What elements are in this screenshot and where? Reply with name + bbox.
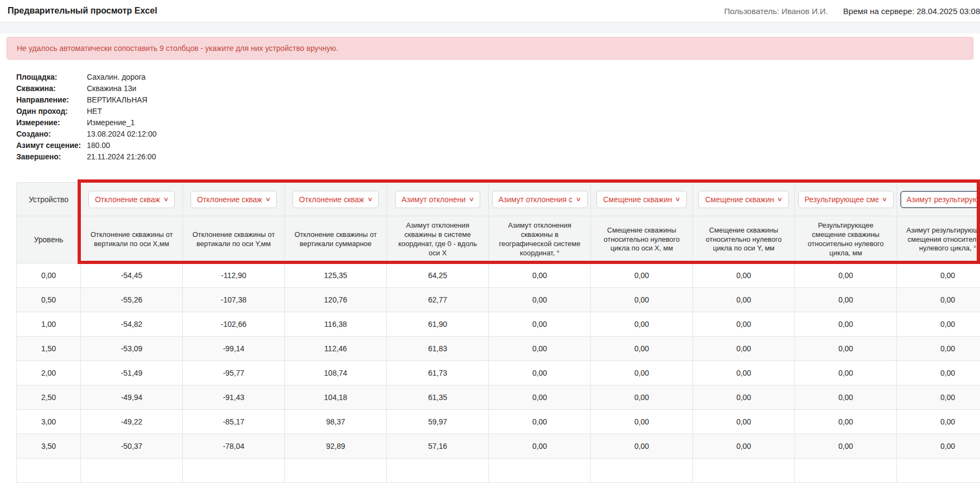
metadata-value: НЕТ [87, 106, 102, 117]
value-cell: 98,37 [285, 410, 387, 434]
chevron-down-icon: ∨ [163, 196, 169, 203]
device-select[interactable]: Азимут отклонения ск∨ [492, 191, 588, 208]
device-select-label: Смещение скважин [705, 195, 774, 204]
value-cell: 0,00 [795, 410, 897, 434]
level-cell: 3,50 [17, 434, 81, 459]
value-cell: 120,76 [285, 288, 387, 312]
value-cell [183, 459, 285, 483]
device-select-label: Смещение скважин [603, 195, 672, 204]
device-select[interactable]: Отклонение скваж∨ [88, 191, 175, 208]
value-cell: 0,00 [795, 337, 897, 361]
value-cell: -50,37 [81, 434, 183, 459]
metadata-value: 13.08.2024 02:12:00 [87, 128, 156, 140]
device-select[interactable]: Результирующее смещ∨ [798, 191, 894, 208]
value-cell: 61,73 [387, 361, 489, 385]
device-header-cell: Устройство [17, 183, 81, 216]
value-cell: 0,00 [489, 361, 591, 385]
chevron-down-icon: ∨ [777, 196, 782, 203]
value-cell: -49,94 [81, 385, 183, 410]
value-cell: 0,00 [693, 385, 795, 410]
level-cell [17, 459, 81, 483]
column-description-cell: Отклонение скважины от вертикали по оси … [183, 216, 285, 263]
value-cell: 0,00 [795, 361, 897, 385]
chevron-down-icon: ∨ [882, 196, 887, 203]
value-cell: 0,00 [897, 361, 980, 385]
device-select[interactable]: Отклонение скваж∨ [190, 191, 277, 208]
value-cell: 0,00 [693, 288, 795, 312]
chevron-down-icon: ∨ [576, 196, 581, 203]
level-cell: 1,00 [17, 312, 81, 337]
value-cell: 0,00 [489, 312, 591, 337]
value-cell: 0,00 [489, 434, 591, 459]
value-cell: 0,00 [795, 263, 897, 288]
value-cell: 0,00 [489, 410, 591, 434]
column-description-cell: Азимут результирующего смещения относите… [897, 216, 980, 263]
value-cell: 0,00 [591, 288, 693, 312]
value-cell: -85,17 [183, 410, 285, 434]
device-select[interactable]: Азимут отклонени∨ [395, 191, 480, 208]
top-bar-right: Пользователь: Иванов И.И. Время на серве… [724, 7, 980, 16]
value-cell: 0,00 [897, 337, 980, 361]
device-select[interactable]: Отклонение скваж∨ [292, 191, 379, 208]
value-cell: 0,00 [489, 263, 591, 288]
alert-text: Не удалось автоматически сопоставить 9 с… [17, 44, 338, 53]
value-cell: -107,38 [183, 288, 285, 312]
metadata-row: Площадка:Сахалин. дорога [16, 72, 980, 83]
value-cell: 61,83 [387, 337, 489, 361]
table-row: 2,50-49,94-91,43104,1861,350,000,000,000… [17, 385, 980, 410]
excel-preview-page: Предварительный просмотр Excel Пользоват… [0, 0, 980, 483]
chevron-down-icon: ∨ [675, 196, 680, 203]
value-cell: -54,45 [81, 263, 183, 288]
value-cell: 0,00 [591, 263, 693, 288]
device-select-cell: Отклонение скваж∨ [285, 183, 387, 216]
value-cell: -53,09 [81, 337, 183, 361]
level-cell: 0,50 [17, 288, 81, 312]
value-cell: -102,66 [183, 312, 285, 337]
table-row: 0,00-54,45-112,90125,3564,250,000,000,00… [17, 263, 980, 288]
column-description-row: Уровень Отклонение скважины от вертикали… [17, 216, 980, 263]
device-select[interactable]: Азимут результирующе∨ [900, 191, 980, 208]
value-cell: 0,00 [897, 385, 980, 410]
metadata-row: Создано:13.08.2024 02:12:00 [16, 128, 980, 140]
header-divider-band [0, 22, 980, 34]
metadata-label: Площадка: [16, 72, 87, 83]
metadata-value: Скважина 13и [87, 83, 136, 94]
device-select[interactable]: Смещение скважин∨ [698, 191, 788, 208]
metadata-value: ВЕРТИКАЛЬНАЯ [87, 94, 148, 106]
value-cell: -95,77 [183, 361, 285, 385]
value-cell: 0,00 [897, 410, 980, 434]
metadata-label: Завершено: [16, 151, 87, 163]
value-cell: 61,90 [387, 312, 489, 337]
chevron-down-icon: ∨ [367, 196, 373, 203]
alert-banner: Не удалось автоматически сопоставить 9 с… [7, 37, 973, 60]
value-cell: 0,00 [897, 263, 980, 288]
device-select[interactable]: Смещение скважин∨ [596, 191, 686, 208]
metadata-row: Измерение:Измерение_1 [16, 117, 980, 128]
metadata-row: Завершено:21.11.2024 21:26:00 [16, 151, 980, 163]
device-select-label: Результирующее смещ [805, 195, 879, 204]
value-cell: 0,00 [489, 385, 591, 410]
table-row: 2,00-51,49-95,77108,7461,730,000,000,000… [17, 361, 980, 385]
value-cell: 0,00 [795, 312, 897, 337]
metadata-value: Измерение_1 [87, 117, 135, 128]
value-cell: 112,46 [285, 337, 387, 361]
value-cell: 0,00 [591, 312, 693, 337]
value-cell [387, 459, 489, 483]
value-cell: 0,00 [591, 337, 693, 361]
column-description-cell: Азимут отклонения скважины в географичес… [489, 216, 591, 263]
level-cell: 1,50 [17, 337, 81, 361]
device-select-cell: Азимут результирующе∨ [897, 183, 980, 216]
value-cell: 59,97 [387, 410, 489, 434]
value-cell: 0,00 [591, 385, 693, 410]
value-cell: 0,00 [693, 361, 795, 385]
device-select-cell: Отклонение скваж∨ [183, 183, 285, 216]
column-description-cell: Смещение скважины относительно нулевого … [693, 216, 795, 263]
table-row: 1,50-53,09-99,14112,4661,830,000,000,000… [17, 337, 980, 361]
device-select-label: Отклонение скваж [95, 195, 160, 204]
value-cell [489, 459, 591, 483]
table-row: 1,00-54,82-102,66116,3861,900,000,000,00… [17, 312, 980, 337]
device-select-label: Отклонение скваж [299, 195, 364, 204]
value-cell [591, 459, 693, 483]
value-cell: 104,18 [285, 385, 387, 410]
level-cell: 3,00 [17, 410, 81, 434]
